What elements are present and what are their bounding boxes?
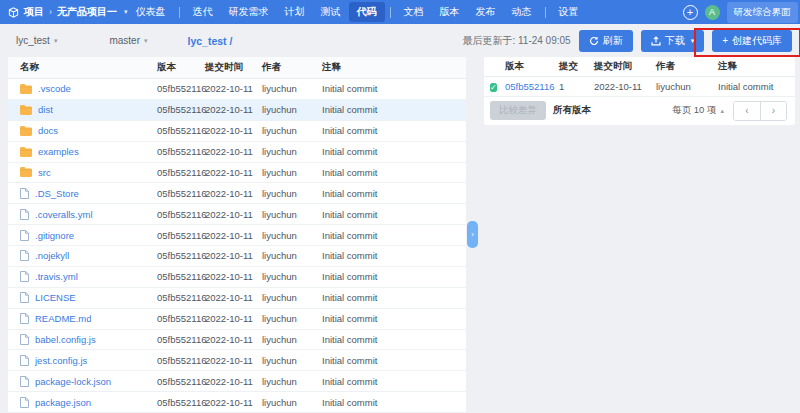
repo-select[interactable]: lyc_test ▾	[16, 35, 57, 46]
prev-page-button[interactable]: ‹	[734, 102, 760, 120]
file-version: 05fb552116	[157, 334, 205, 345]
file-link[interactable]: LICENSE	[35, 292, 76, 303]
file-link[interactable]: babel.config.js	[35, 334, 96, 345]
folder-icon	[20, 126, 32, 136]
file-link[interactable]: dist	[38, 104, 53, 115]
topbar-nav-item-0[interactable]: 仪表盘	[128, 2, 174, 22]
topbar-nav-item-5[interactable]: 代码	[349, 2, 385, 22]
file-link[interactable]: .vscode	[38, 83, 71, 94]
file-commit-time: 2022-10-11	[205, 230, 262, 241]
checkbox-checked-icon[interactable]: ✓	[490, 83, 497, 92]
file-link[interactable]: docs	[38, 125, 58, 136]
last-updated-label: 最后更新于: 11-24 09:05	[462, 34, 570, 48]
topbar-nav-item-9[interactable]: 动态	[504, 2, 540, 22]
file-table-row: .DS_Store05fb5521162022-10-11liyuchunIni…	[8, 183, 466, 204]
file-author: liyuchun	[262, 397, 322, 408]
file-link[interactable]: .nojekyll	[35, 250, 69, 261]
refresh-button[interactable]: 刷新	[579, 30, 633, 52]
file-note: Initial commit	[322, 209, 456, 220]
create-repo-button[interactable]: + 创建代码库	[712, 30, 792, 52]
file-note: Initial commit	[322, 125, 456, 136]
file-table-row: package-lock.json05fb5521162022-10-11liy…	[8, 371, 466, 392]
add-button[interactable]: +	[683, 5, 698, 20]
compare-diff-button[interactable]: 比较差异	[490, 101, 546, 120]
file-version: 05fb552116	[157, 292, 205, 303]
column-header-version: 版本	[505, 60, 559, 73]
branch-select[interactable]: master ▾	[109, 35, 147, 46]
topbar-nav-item-1[interactable]: 迭代	[185, 2, 221, 22]
topbar-nav-item-4[interactable]: 测试	[313, 2, 349, 22]
file-version: 05fb552116	[157, 209, 205, 220]
all-versions-link[interactable]: 所有版本	[553, 104, 591, 117]
file-icon	[20, 250, 29, 261]
file-author: liyuchun	[262, 104, 322, 115]
file-link[interactable]: examples	[38, 146, 79, 157]
pagination: 每页 10 项 ▴ ‹ ›	[672, 101, 787, 121]
file-link[interactable]: jest.config.js	[35, 355, 87, 366]
version-panel-footer: 比较差异 所有版本 每页 10 项 ▴ ‹ ›	[484, 97, 795, 124]
caret-up-icon[interactable]: ▴	[720, 107, 724, 115]
topbar-nav-item-3[interactable]: 计划	[277, 2, 313, 22]
topbar-nav-item-6[interactable]: 文档	[396, 2, 432, 22]
file-icon	[20, 334, 29, 345]
chevron-right-icon: ›	[49, 7, 52, 17]
page-size-label[interactable]: 每页 10 项	[672, 104, 716, 117]
file-link[interactable]: .DS_Store	[35, 188, 79, 199]
file-note: Initial commit	[322, 397, 456, 408]
file-author: liyuchun	[262, 292, 322, 303]
file-table-row: README.md05fb5521162022-10-11liyuchunIni…	[8, 309, 466, 330]
file-table-row: .gitignore05fb5521162022-10-11liyuchunIn…	[8, 225, 466, 246]
column-header-commit-time: 提交时间	[594, 60, 656, 73]
topbar-nav-item-8[interactable]: 发布	[468, 2, 504, 22]
topbar-nav-item-2[interactable]: 研发需求	[221, 2, 277, 22]
version-panel: 版本 提交 提交时间 作者 注释 ✓ 05fb552116 1 2022-10-…	[484, 57, 795, 125]
file-version: 05fb552116	[157, 376, 205, 387]
download-label: 下载	[665, 34, 685, 48]
chevron-down-icon: ▾	[54, 37, 58, 45]
file-author: liyuchun	[262, 230, 322, 241]
file-link[interactable]: .gitignore	[35, 230, 74, 241]
file-author: liyuchun	[262, 146, 322, 157]
file-icon	[20, 188, 29, 199]
version-link[interactable]: 05fb552116	[505, 81, 555, 92]
file-author: liyuchun	[262, 250, 322, 261]
file-table-row: examples05fb5521162022-10-11liyuchunInit…	[8, 142, 466, 163]
file-commit-time: 2022-10-11	[205, 250, 262, 261]
file-version: 05fb552116	[157, 397, 205, 408]
file-note: Initial commit	[322, 104, 456, 115]
nav-divider	[545, 7, 546, 18]
file-author: liyuchun	[262, 167, 322, 178]
file-link[interactable]: .travis.yml	[35, 271, 78, 282]
file-table-row: .coveralls.yml05fb5521162022-10-11liyuch…	[8, 204, 466, 225]
file-commit-time: 2022-10-11	[205, 209, 262, 220]
topbar-actions: + A 研发综合界面	[683, 2, 798, 23]
toolbar-actions: 最后更新于: 11-24 09:05 刷新 下载 ▾ + 创建代码库	[462, 30, 792, 52]
project-name[interactable]: 无产品项目一	[57, 5, 117, 19]
avatar[interactable]: A	[705, 5, 720, 20]
file-icon	[20, 355, 29, 366]
file-icon	[20, 271, 29, 282]
topbar-nav: 仪表盘迭代研发需求计划测试代码文档版本发布动态设置	[128, 2, 587, 22]
chevron-down-icon[interactable]: ▾	[124, 8, 128, 16]
file-note: Initial commit	[322, 188, 456, 199]
file-link[interactable]: README.md	[35, 313, 91, 324]
next-page-button[interactable]: ›	[760, 102, 786, 120]
file-link[interactable]: .coveralls.yml	[35, 209, 93, 220]
file-link[interactable]: src	[38, 167, 51, 178]
topbar-nav-item-7[interactable]: 版本	[432, 2, 468, 22]
file-version: 05fb552116	[157, 313, 205, 324]
path-breadcrumb[interactable]: lyc_test /	[188, 35, 233, 47]
file-icon	[20, 376, 29, 387]
section-label[interactable]: 项目	[24, 5, 44, 19]
plus-icon: +	[722, 35, 728, 46]
download-button[interactable]: 下载 ▾	[641, 30, 705, 52]
file-link[interactable]: package-lock.json	[35, 376, 111, 387]
file-link[interactable]: package.json	[35, 397, 91, 408]
file-version: 05fb552116	[157, 167, 205, 178]
panel-collapse-handle[interactable]: ›	[467, 221, 478, 248]
workspace-button[interactable]: 研发综合界面	[727, 2, 798, 23]
topbar-nav-item-10[interactable]: 设置	[551, 2, 587, 22]
file-table-row: .vscode05fb5521162022-10-11liyuchunIniti…	[8, 79, 466, 100]
file-note: Initial commit	[322, 355, 456, 366]
file-author: liyuchun	[262, 125, 322, 136]
